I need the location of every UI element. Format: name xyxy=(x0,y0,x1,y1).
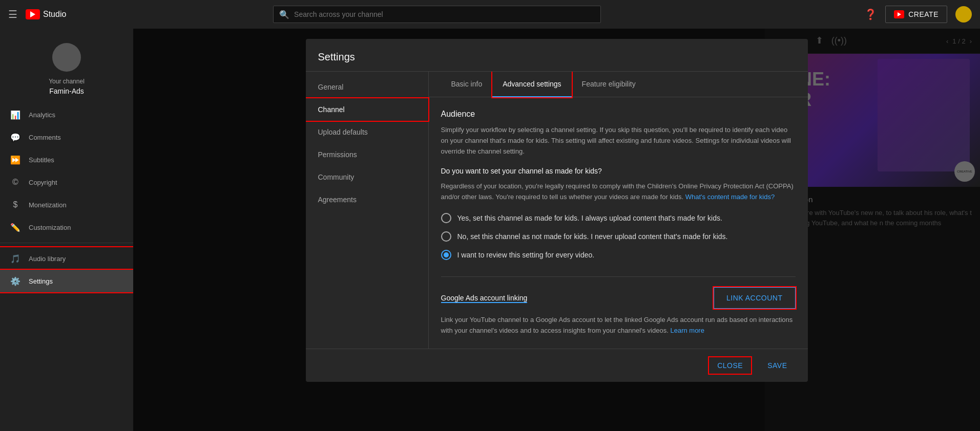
settings-content: Basic info Advanced settings Feature eli… xyxy=(429,72,808,349)
tab-advanced-settings[interactable]: Advanced settings xyxy=(492,72,571,97)
radio-yes-label: Yes, set this channel as made for kids. … xyxy=(457,214,722,222)
radio-yes[interactable]: Yes, set this channel as made for kids. … xyxy=(441,213,796,223)
nav-right: ❓ CREATE xyxy=(864,6,972,23)
learn-more-link[interactable]: Learn more xyxy=(670,327,704,334)
create-btn-icon xyxy=(894,10,904,18)
modal-header: Settings xyxy=(306,39,808,72)
channel-name: Famin-Ads xyxy=(49,87,84,95)
radio-review[interactable]: I want to review this setting for every … xyxy=(441,250,796,260)
settings-nav-permissions[interactable]: Permissions xyxy=(306,143,428,166)
settings-modal: Settings General Channel Upload defaults… xyxy=(306,39,808,382)
sidebar-item-customization[interactable]: ✏️ Customization xyxy=(0,216,133,239)
settings-sidebar: General Channel Upload defaults Permissi… xyxy=(306,72,429,349)
tab-basic-info[interactable]: Basic info xyxy=(441,72,493,97)
sidebar-item-subtitles[interactable]: ⏩ Subtitles xyxy=(0,148,133,171)
hamburger-icon[interactable]: ☰ xyxy=(8,8,17,20)
sidebar-monetization-label: Monetization xyxy=(29,201,67,209)
ads-section: Google Ads account linking LINK ACCOUNT … xyxy=(441,276,796,336)
subtitles-icon: ⏩ xyxy=(10,155,20,165)
sidebar-customization-label: Customization xyxy=(29,224,71,231)
radio-review-circle xyxy=(441,250,451,260)
settings-nav-general[interactable]: General xyxy=(306,76,428,98)
sidebar-nav: 📊 Analytics 💬 Comments ⏩ Subtitles © Cop… xyxy=(0,103,133,292)
audience-question: Do you want to set your channel as made … xyxy=(441,167,796,175)
ads-header: Google Ads account linking LINK ACCOUNT xyxy=(441,287,796,309)
settings-tabs: Basic info Advanced settings Feature eli… xyxy=(429,72,808,97)
close-button[interactable]: CLOSE xyxy=(709,357,751,374)
settings-nav-community[interactable]: Community xyxy=(306,166,428,188)
audience-legal: Regardless of your location, you're lega… xyxy=(441,181,796,203)
top-nav: ☰ Studio 🔍 ❓ CREATE xyxy=(0,0,980,29)
sidebar-analytics-label: Analytics xyxy=(29,111,55,119)
sidebar-item-settings[interactable]: ⚙️ Settings 1 xyxy=(0,270,133,292)
radio-no-label: No, set this channel as not made for kid… xyxy=(457,232,728,241)
sidebar-item-comments[interactable]: 💬 Comments xyxy=(0,126,133,148)
main-layout: Your channel Famin-Ads 📊 Analytics 💬 Com… xyxy=(0,29,980,431)
sidebar-item-copyright[interactable]: © Copyright xyxy=(0,171,133,193)
audience-title: Audience xyxy=(441,110,796,119)
link-account-button[interactable]: LINK ACCOUNT xyxy=(714,287,795,309)
sidebar-comments-label: Comments xyxy=(29,134,61,141)
audio-library-icon: 🎵 xyxy=(10,253,20,264)
modal-title: Settings xyxy=(318,51,796,63)
sidebar-item-analytics[interactable]: 📊 Analytics xyxy=(0,103,133,126)
radio-group: Yes, set this channel as made for kids. … xyxy=(441,213,796,260)
customization-icon: ✏️ xyxy=(10,222,20,232)
sidebar-audio-label: Audio library xyxy=(29,255,66,263)
create-label: CREATE xyxy=(908,10,939,18)
sidebar-settings-label: Settings xyxy=(29,277,53,285)
sidebar-item-audio-library[interactable]: 🎵 Audio library xyxy=(0,247,133,270)
help-icon[interactable]: ❓ xyxy=(864,8,877,20)
tab-feature-eligibility[interactable]: Feature eligibility xyxy=(572,72,646,97)
audience-description: Simplify your workflow by selecting a ch… xyxy=(441,125,796,157)
monetization-icon: $ xyxy=(10,200,20,210)
avatar[interactable] xyxy=(955,6,972,23)
comments-icon: 💬 xyxy=(10,132,20,142)
modal-body: General Channel Upload defaults Permissi… xyxy=(306,72,808,349)
search-bar: 🔍 xyxy=(273,6,601,23)
copyright-icon: © xyxy=(10,177,20,187)
channel-label: Your channel xyxy=(49,78,85,85)
sidebar-divider xyxy=(0,243,133,243)
ads-title: Google Ads account linking xyxy=(441,294,528,302)
content-area: er ‹ 1 / 2 › RENE: TOR ON CREATIVE xyxy=(133,29,980,431)
radio-yes-circle xyxy=(441,213,451,223)
sidebar-item-monetization[interactable]: $ Monetization xyxy=(0,193,133,216)
nav-left: ☰ Studio xyxy=(8,8,141,20)
analytics-icon: 📊 xyxy=(10,110,20,120)
radio-no[interactable]: No, set this channel as not made for kid… xyxy=(441,231,796,242)
ads-desc-text: Link your YouTube channel to a Google Ad… xyxy=(441,316,793,334)
studio-text: Studio xyxy=(43,10,66,19)
legal-link[interactable]: What's content made for kids? xyxy=(685,193,775,201)
search-input[interactable] xyxy=(273,6,601,23)
radio-no-circle xyxy=(441,231,451,242)
settings-main: Audience Simplify your workflow by selec… xyxy=(429,97,808,349)
modal-footer: CLOSE SAVE xyxy=(306,349,808,382)
create-button[interactable]: CREATE xyxy=(885,6,947,23)
settings-nav-upload[interactable]: Upload defaults xyxy=(306,121,428,143)
search-icon: 🔍 xyxy=(279,10,289,19)
youtube-logo-icon xyxy=(26,9,40,19)
modal-overlay: Settings General Channel Upload defaults… xyxy=(133,29,980,431)
channel-avatar xyxy=(52,43,81,72)
sidebar: Your channel Famin-Ads 📊 Analytics 💬 Com… xyxy=(0,29,133,431)
channel-info: Your channel Famin-Ads xyxy=(0,33,133,103)
sidebar-subtitles-label: Subtitles xyxy=(29,156,54,164)
radio-review-label: I want to review this setting for every … xyxy=(457,251,595,259)
ads-description: Link your YouTube channel to a Google Ad… xyxy=(441,315,796,336)
settings-nav-channel[interactable]: Channel xyxy=(306,98,428,121)
sidebar-copyright-label: Copyright xyxy=(29,179,57,186)
logo-area: Studio xyxy=(26,9,66,19)
save-button[interactable]: SAVE xyxy=(759,357,795,374)
settings-icon: ⚙️ xyxy=(10,276,20,286)
settings-nav-agreements[interactable]: Agreements xyxy=(306,188,428,211)
